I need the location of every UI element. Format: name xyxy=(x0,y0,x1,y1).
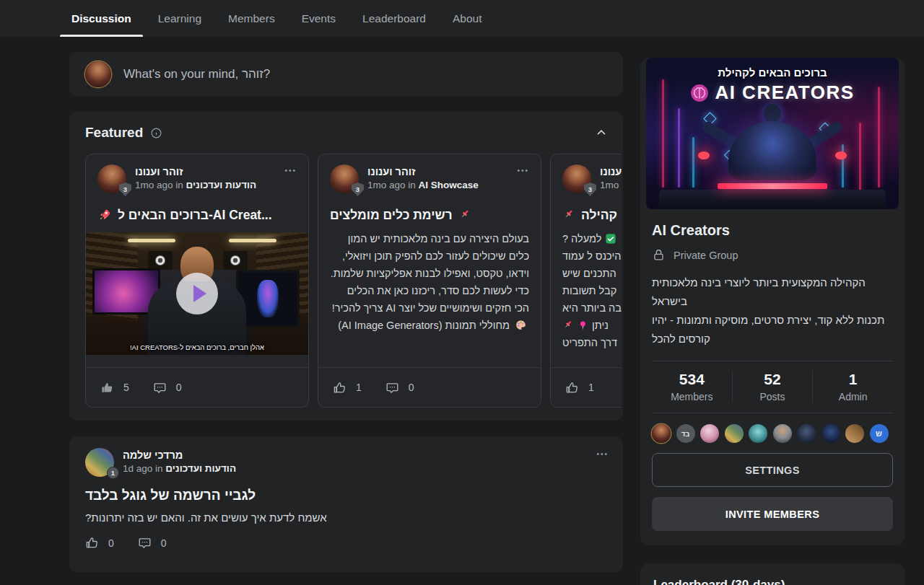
banner-welcome-text: ברוכים הבאים לקהילת xyxy=(646,66,899,79)
like-button[interactable]: 1 xyxy=(333,381,362,395)
leaderboard-title: Leaderboard (30-days) xyxy=(653,578,892,585)
light-bar-right xyxy=(229,239,276,242)
video-thumbnail[interactable]: אהלן חברים, ברוכים הבאים ל-AI CREATORS! xyxy=(86,232,308,355)
brain-icon xyxy=(690,84,709,102)
pushpin-icon xyxy=(562,208,575,221)
post-body: אשמח לדעת איך עושים את זה. והאם יש בזה י… xyxy=(85,511,607,524)
stat-members[interactable]: 534 Members xyxy=(652,371,732,403)
member-avatars: בד ש xyxy=(652,424,893,443)
featured-post-community[interactable]: 3 זוהר וענונו 1mo קהילה ? למעלה היכנס ל … xyxy=(550,154,622,408)
author-name[interactable]: זוהר וענונו xyxy=(367,166,479,177)
play-button[interactable] xyxy=(176,273,218,315)
member-avatar[interactable]: בד xyxy=(676,424,695,443)
tab-leaderboard[interactable]: Leaderboard xyxy=(361,0,427,37)
settings-button[interactable]: SETTINGS xyxy=(652,453,893,487)
post-category[interactable]: הודעות ועדכונים xyxy=(165,463,236,474)
invite-members-button[interactable]: INVITE MEMBERS xyxy=(652,497,893,531)
member-avatar[interactable]: ש xyxy=(870,424,889,443)
banner-brand-text: AI CREATORS xyxy=(715,82,854,104)
collapse-chevron-up-icon[interactable] xyxy=(594,126,609,140)
like-button[interactable]: 0 xyxy=(85,536,114,550)
banner-figure-torso xyxy=(728,121,816,180)
level-badge: 3 xyxy=(352,182,364,196)
pushpin-icon xyxy=(458,208,471,221)
author-name[interactable]: זוהר וענונו xyxy=(600,166,622,177)
post-category[interactable]: הודעות ועדכונים xyxy=(186,180,257,190)
post-meta: 1mo xyxy=(600,180,619,190)
post-meta: 1d ago in xyxy=(123,463,163,474)
info-icon[interactable] xyxy=(150,127,162,139)
like-count: 5 xyxy=(123,382,129,393)
comment-button[interactable]: 0 xyxy=(138,536,167,550)
featured-post-welcome[interactable]: 3 זוהר וענונו 1mo ago in הודעות ועדכונים… xyxy=(85,154,309,408)
member-avatar[interactable] xyxy=(725,424,744,443)
user-avatar[interactable] xyxy=(85,61,111,87)
tab-learning[interactable]: Learning xyxy=(157,0,203,37)
author-name[interactable]: מרדכי שלמה xyxy=(123,449,236,461)
top-nav: Discussion Learning Members Events Leade… xyxy=(0,0,924,37)
level-badge: 3 xyxy=(119,182,131,196)
nav-tabs: Discussion Learning Members Events Leade… xyxy=(70,0,924,37)
comment-button[interactable]: 0 xyxy=(385,381,414,395)
banner-figure-head xyxy=(764,104,781,123)
comment-button[interactable]: 0 xyxy=(153,381,182,395)
group-name: AI Creators xyxy=(652,222,893,239)
stat-admins[interactable]: 1 Admin xyxy=(812,371,893,403)
group-privacy: Private Group xyxy=(674,250,738,261)
speaker-right xyxy=(223,251,248,270)
speaker-left xyxy=(148,251,173,270)
rocket-icon xyxy=(97,208,112,222)
post-meta: 1mo ago in xyxy=(135,180,183,190)
palette-icon xyxy=(515,319,527,331)
member-avatar[interactable] xyxy=(749,424,767,443)
stat-posts[interactable]: 52 Posts xyxy=(732,371,813,403)
lock-icon xyxy=(652,248,666,262)
round-pin-icon xyxy=(578,320,588,331)
featured-title: Featured xyxy=(85,125,143,141)
featured-carousel[interactable]: 3 זוהר וענונו 1mo ago in הודעות ועדכונים… xyxy=(85,154,622,408)
post-meta: 1mo ago in xyxy=(367,180,416,190)
post-title[interactable]: רשימת כלים מומלצים xyxy=(330,208,453,223)
banner-desk xyxy=(659,190,886,209)
post-body-fragment: ? למעלה היכנס ל עמוד התכנים שיש קבל תשוב… xyxy=(562,230,622,351)
group-description: הקהילה המקצועית ביותר ליוצרי בינה מלאכות… xyxy=(652,273,893,348)
member-avatar[interactable] xyxy=(700,424,719,443)
level-badge: 3 xyxy=(584,182,596,196)
tab-members[interactable]: Members xyxy=(227,0,276,37)
post-title-fragment[interactable]: קהילה xyxy=(581,208,617,223)
tab-events[interactable]: Events xyxy=(300,0,337,37)
comment-count: 0 xyxy=(161,537,167,549)
like-button[interactable]: 1 xyxy=(565,381,594,395)
group-card: ברוכים הבאים לקהילת AI CREATORS AI Creat… xyxy=(640,58,905,545)
member-avatar[interactable] xyxy=(821,424,840,443)
check-icon xyxy=(605,233,616,245)
featured-post-tools[interactable]: 3 זוהר וענונו 1mo ago in AI Showcase •••… xyxy=(318,154,541,408)
like-button[interactable]: 5 xyxy=(100,381,129,395)
post-category[interactable]: AI Showcase xyxy=(419,180,479,190)
feed-column: What's on your mind, זוהר? Featured 3 xyxy=(69,52,623,96)
feed-post[interactable]: 1 מרדכי שלמה 1d ago in הודעות ועדכונים •… xyxy=(69,436,623,572)
video-caption: אהלן חברים, ברוכים הבאים ל-AI CREATORS! xyxy=(86,343,308,351)
group-sidebar: ברוכים הבאים לקהילת AI CREATORS AI Creat… xyxy=(640,52,905,585)
post-title[interactable]: ברוכים הבאים ל-AI Creat... xyxy=(118,208,297,223)
more-menu-button[interactable]: ••• xyxy=(517,164,529,193)
post-composer[interactable]: What's on your mind, זוהר? xyxy=(69,52,623,96)
comment-count: 0 xyxy=(409,382,414,393)
light-bar-left xyxy=(128,239,175,242)
post-body: בעולם היצירה עם בינה מלאכותית יש המון כל… xyxy=(330,230,529,334)
more-menu-button[interactable]: ••• xyxy=(284,164,297,193)
member-avatar[interactable] xyxy=(845,424,864,443)
member-avatar[interactable] xyxy=(652,424,671,443)
author-name[interactable]: זוהר וענונו xyxy=(135,166,256,177)
comment-count: 0 xyxy=(176,382,182,393)
banner-glowing-hand xyxy=(835,151,847,159)
like-count: 1 xyxy=(588,382,594,393)
more-menu-button[interactable]: ••• xyxy=(596,448,609,477)
member-avatar[interactable] xyxy=(773,424,792,443)
tab-discussion[interactable]: Discussion xyxy=(70,0,133,37)
leaderboard-card[interactable]: Leaderboard (30-days) xyxy=(640,563,905,585)
featured-section: Featured 3 זוהר וענונו 1mo ago in הוד xyxy=(69,112,623,421)
tab-about[interactable]: About xyxy=(451,0,484,37)
member-avatar[interactable] xyxy=(797,424,816,443)
post-title[interactable]: לגביי הרשמה של גוגל בלבד xyxy=(85,488,607,503)
